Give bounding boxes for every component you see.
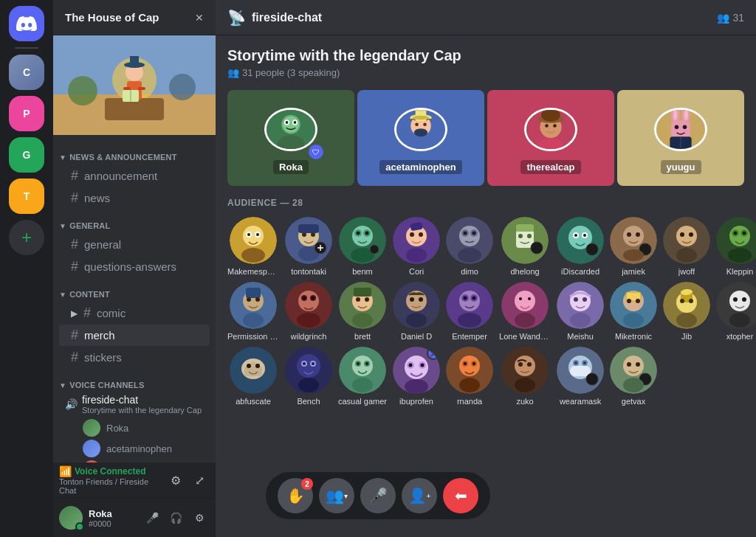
deafen-button[interactable]: 🎧 (165, 507, 186, 528)
svg-point-132 (352, 313, 373, 328)
audience-member-abfuscate[interactable]: abfuscate (227, 347, 279, 406)
collapse-icon: ▼ (59, 222, 66, 230)
svg-point-35 (545, 124, 549, 128)
user-panel: Roka #0000 🎤 🎧 ⚙ (53, 499, 216, 537)
raise-hand-button[interactable]: ✋ 2 (278, 478, 313, 513)
svg-point-144 (458, 313, 481, 328)
audience-member-miketronic[interactable]: Miketronic (610, 282, 657, 341)
channel-name: fireside-chat (252, 11, 322, 24)
audience-member-jwoff[interactable]: jwoff (663, 217, 710, 276)
audience-member-xtopher[interactable]: xtopher (716, 282, 756, 341)
mute-mic-button[interactable]: 🎤 (360, 478, 396, 513)
stage-info: 👥 31 people (3 speaking) (227, 67, 744, 78)
audience-member-dhelong[interactable]: dhelong (499, 217, 551, 276)
audience-member-jib[interactable]: Jib (663, 282, 710, 341)
hash-icon: # (83, 305, 91, 321)
audience-member-benm[interactable]: benm (338, 217, 387, 276)
audience-member-kleppin[interactable]: Kleppin (716, 217, 756, 276)
svg-point-112 (743, 232, 746, 235)
server-icon-cap[interactable]: C (9, 55, 44, 90)
user-avatar (59, 506, 83, 530)
server-icon-4[interactable]: T (9, 179, 44, 214)
svg-point-220 (586, 373, 598, 385)
svg-point-29 (423, 122, 427, 126)
channel-announcement[interactable]: # announcement (59, 165, 210, 187)
svg-point-186 (298, 378, 319, 392)
leave-stage-button[interactable]: ⬅ (443, 478, 478, 513)
svg-point-135 (410, 297, 414, 302)
voice-channel-fireside[interactable]: 🔊 fireside-chat Storytime with the legen… (53, 392, 216, 462)
user-tag: #0000 (89, 519, 136, 528)
svg-point-80 (464, 232, 467, 235)
audience-name: wildgrinch (291, 332, 327, 341)
server-header[interactable]: The House of Cap ✕ (53, 0, 216, 35)
mute-button[interactable]: 🎤 (142, 507, 162, 528)
speaker-name: therealcap (520, 160, 580, 174)
audience-member-permissionman[interactable]: Permission Man (227, 282, 279, 341)
add-to-stage-button[interactable]: 👤+ (402, 478, 437, 513)
svg-rect-8 (123, 87, 131, 90)
svg-point-5 (169, 74, 196, 100)
audience-member-brett[interactable]: brett (338, 282, 387, 341)
channel-stickers[interactable]: # stickers (59, 347, 210, 368)
svg-point-161 (627, 299, 631, 303)
svg-point-211 (527, 362, 532, 367)
svg-point-34 (541, 108, 560, 121)
audience-member-getvax[interactable]: getvax (610, 347, 657, 406)
server-sidebar: C P G T + (0, 0, 53, 537)
server-icon-2[interactable]: P (9, 96, 44, 131)
voice-settings-icon[interactable]: ⚙ (165, 470, 186, 491)
audience-member-wearamask[interactable]: wearamask (557, 347, 604, 406)
svg-rect-215 (570, 366, 591, 376)
stage-icon: 📡 (227, 9, 246, 27)
svg-rect-116 (246, 288, 261, 298)
speaker-card-yuugu[interactable]: yuugu (617, 90, 744, 186)
svg-point-75 (406, 248, 427, 263)
audience-member-dimo[interactable]: dimo (446, 217, 493, 276)
svg-point-72 (410, 232, 414, 237)
channel-news[interactable]: # news (59, 187, 210, 209)
category-voice[interactable]: ▼ VOICE CHANNELS (53, 369, 216, 392)
channel-comic[interactable]: ▶ # comic (59, 302, 210, 324)
svg-point-42 (673, 109, 678, 120)
audience-member-lonewanderer[interactable]: Lone Wanderer (499, 282, 551, 341)
audience-member-idiscarded[interactable]: iDiscarded (557, 217, 604, 276)
audience-member-cori[interactable]: Cori (393, 217, 440, 276)
svg-point-200 (405, 379, 428, 394)
category-content[interactable]: ▼ CONTENT (53, 278, 216, 302)
discord-home-icon[interactable] (9, 6, 44, 41)
voice-expand-icon[interactable]: ⤢ (189, 470, 210, 491)
speaker-card-therealcap[interactable]: therealcap (487, 90, 614, 186)
settings-button[interactable]: ⚙ (189, 507, 210, 528)
channel-general[interactable]: # general (59, 234, 210, 255)
channel-questions[interactable]: # questions-answers (59, 256, 210, 277)
audience-member-makemespeakrr[interactable]: Makemespeakrr (227, 217, 279, 276)
audience-member-wildgrinch[interactable]: wildgrinch (285, 282, 332, 341)
channel-merch[interactable]: # merch (59, 325, 210, 346)
audience-member-danield[interactable]: Daniel D (393, 282, 440, 341)
hash-icon: # (71, 168, 78, 184)
svg-point-199 (421, 364, 425, 367)
add-server-button[interactable]: + (9, 220, 44, 255)
audience-member-ibuprofen[interactable]: 🎤 ibuprofen (393, 347, 440, 406)
svg-point-82 (458, 248, 481, 263)
audience-member-tontontaki[interactable]: tontontaki (285, 217, 332, 276)
audience-member-bench[interactable]: Bench (285, 347, 332, 406)
category-general[interactable]: ▼ GENERAL (53, 209, 216, 233)
category-news[interactable]: ▼ NEWS & ANNOUNCEMENT (53, 141, 216, 164)
svg-point-226 (623, 378, 644, 392)
audience-member-rnanda[interactable]: rnanda (446, 347, 493, 406)
speaker-card-roka[interactable]: Roka 🛡 (227, 90, 354, 186)
audience-view-button[interactable]: 👥▾ (319, 478, 354, 513)
voice-user-acetaminophen[interactable]: acetaminophen (83, 438, 210, 459)
speaker-card-acetaminophen[interactable]: acetaminophen (357, 90, 484, 186)
svg-point-101 (623, 249, 644, 261)
audience-member-meishu[interactable]: Meishu (557, 282, 604, 341)
audience-member-casualgamer[interactable]: casual gamer (338, 347, 387, 406)
chevron-down-icon: ✕ (195, 12, 204, 24)
audience-member-entemper[interactable]: Entemper (446, 282, 493, 341)
voice-user-roka[interactable]: Roka (83, 418, 210, 438)
audience-member-jamiek[interactable]: jamiek (610, 217, 657, 276)
audience-member-zuko[interactable]: zuko (499, 347, 551, 406)
server-icon-3[interactable]: G (9, 137, 44, 173)
